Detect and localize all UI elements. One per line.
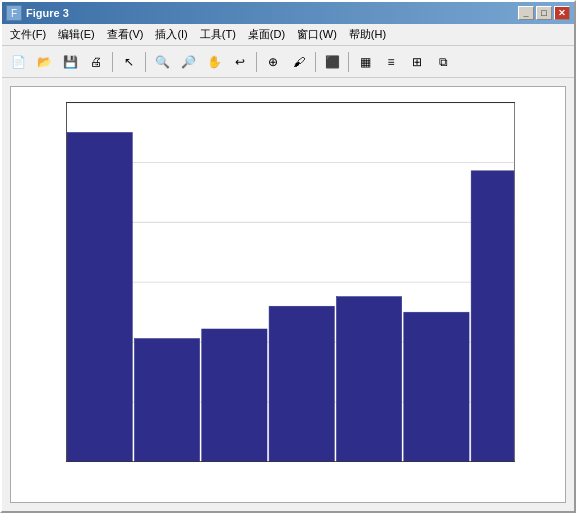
chart-inner: 05010015020025030011.522.533.544.555.56: [10, 86, 566, 503]
menu-desktop[interactable]: 桌面(D): [242, 25, 291, 44]
menu-bar: 文件(F) 编辑(E) 查看(V) 插入(I) 工具(T) 桌面(D) 窗口(W…: [2, 24, 574, 46]
window-controls: _ □ ✕: [518, 6, 570, 20]
toolbar-btn-15[interactable]: ⬛: [320, 50, 344, 74]
title-bar: F Figure 3 _ □ ✕: [2, 2, 574, 24]
toolbar-separator: [112, 52, 113, 72]
toolbar-btn-5[interactable]: ↖: [117, 50, 141, 74]
maximize-button[interactable]: □: [536, 6, 552, 20]
menu-view[interactable]: 查看(V): [101, 25, 150, 44]
toolbar-btn-10[interactable]: ↩: [228, 50, 252, 74]
menu-tools[interactable]: 工具(T): [194, 25, 242, 44]
svg-rect-46: [269, 306, 334, 462]
toolbar-separator: [256, 52, 257, 72]
toolbar-btn-0[interactable]: 📄: [6, 50, 30, 74]
svg-rect-44: [134, 339, 199, 462]
svg-rect-45: [202, 329, 267, 462]
toolbar-btn-17[interactable]: ▦: [353, 50, 377, 74]
menu-edit[interactable]: 编辑(E): [52, 25, 101, 44]
main-window: F Figure 3 _ □ ✕ 文件(F) 编辑(E) 查看(V) 插入(I)…: [0, 0, 576, 513]
toolbar-btn-12[interactable]: ⊕: [261, 50, 285, 74]
menu-help[interactable]: 帮助(H): [343, 25, 392, 44]
toolbar-separator: [348, 52, 349, 72]
svg-rect-49: [471, 171, 514, 462]
toolbar-btn-3[interactable]: 🖨: [84, 50, 108, 74]
menu-insert[interactable]: 插入(I): [149, 25, 193, 44]
toolbar-btn-1[interactable]: 📂: [32, 50, 56, 74]
toolbar-btn-8[interactable]: 🔎: [176, 50, 200, 74]
toolbar-btn-20[interactable]: ⧉: [431, 50, 455, 74]
toolbar-btn-2[interactable]: 💾: [58, 50, 82, 74]
close-button[interactable]: ✕: [554, 6, 570, 20]
toolbar-btn-18[interactable]: ≡: [379, 50, 403, 74]
svg-rect-43: [67, 132, 132, 462]
chart-svg: 05010015020025030011.522.533.544.555.56: [66, 97, 515, 462]
toolbar-separator: [315, 52, 316, 72]
menu-window[interactable]: 窗口(W): [291, 25, 343, 44]
toolbar-separator: [145, 52, 146, 72]
toolbar-btn-9[interactable]: ✋: [202, 50, 226, 74]
toolbar: 📄📂💾🖨↖🔍🔎✋↩⊕🖌⬛▦≡⊞⧉: [2, 46, 574, 78]
window-title: Figure 3: [26, 7, 514, 19]
toolbar-btn-13[interactable]: 🖌: [287, 50, 311, 74]
svg-rect-47: [336, 297, 401, 462]
menu-file[interactable]: 文件(F): [4, 25, 52, 44]
window-icon: F: [6, 5, 22, 21]
toolbar-btn-7[interactable]: 🔍: [150, 50, 174, 74]
svg-rect-48: [404, 312, 469, 462]
minimize-button[interactable]: _: [518, 6, 534, 20]
chart-container: 05010015020025030011.522.533.544.555.56: [2, 78, 574, 511]
toolbar-btn-19[interactable]: ⊞: [405, 50, 429, 74]
